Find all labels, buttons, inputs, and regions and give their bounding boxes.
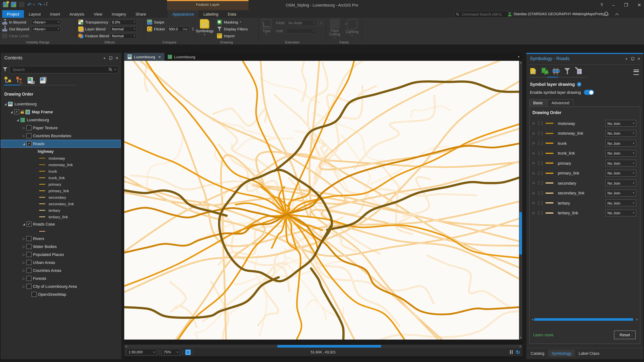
search-options-caret-icon[interactable]: ▾	[115, 68, 116, 71]
expander-icon[interactable]: ◢	[15, 118, 20, 121]
join-dropdown[interactable]: No Join▾	[605, 200, 636, 207]
extrusion-type-button[interactable]: Type ▾	[259, 19, 274, 36]
join-dropdown[interactable]: No Join▾	[605, 160, 636, 167]
command-search[interactable]	[454, 11, 508, 18]
masking-button[interactable]: Masking	[224, 20, 238, 24]
contents-search-input[interactable]	[12, 67, 107, 72]
scroll-left-icon[interactable]: ◄	[124, 345, 128, 348]
scroll-right-icon[interactable]: ►	[635, 318, 639, 321]
ribbon-tab-contextual[interactable]: Labeling	[199, 10, 223, 18]
close-tab-icon[interactable]: ✕	[158, 55, 161, 59]
in-beyond-dropdown[interactable]: <None>▾	[31, 19, 61, 25]
display-filters-button[interactable]: Display Filters	[224, 27, 248, 31]
zoom-dropdown[interactable]: 75%▾	[162, 349, 180, 356]
drawing-order-row[interactable]: ▷ ⋮⋮ tertiary_link No Join▾	[530, 208, 640, 218]
scroll-right-icon[interactable]: ►	[519, 345, 522, 348]
drawing-order-row[interactable]: ▷ ⋮⋮ trunk_link No Join▾	[530, 148, 640, 158]
join-dropdown[interactable]: No Join▾	[605, 210, 636, 217]
map-canvas[interactable]	[124, 61, 519, 340]
drag-handle-icon[interactable]: ⋮⋮	[537, 181, 542, 186]
redo-icon[interactable]: ↷	[37, 2, 42, 7]
expander-icon[interactable]: ▷	[531, 192, 537, 195]
layer-checkbox[interactable]: ✓	[26, 252, 32, 257]
layer-row[interactable]: ▷ ✓ Populated Places	[1, 251, 120, 259]
scroll-left-icon[interactable]: ◄	[531, 318, 534, 321]
expander-icon[interactable]: ▷	[531, 201, 537, 205]
layer-checkbox[interactable]: ✓	[26, 276, 32, 281]
tab-list-caret-icon[interactable]: ▼	[517, 55, 520, 59]
layer-checkbox[interactable]: ✓	[26, 125, 32, 130]
expression-button[interactable]: X	[318, 20, 324, 26]
drawing-order-row[interactable]: ▷ ⋮⋮ motorway_link No Join▾	[530, 128, 640, 138]
layer-row[interactable]: ✓ tertiary_link	[1, 214, 120, 220]
view-data-source-icon[interactable]	[16, 77, 24, 84]
transparency-dropdown[interactable]: 0.0%▾	[110, 19, 137, 25]
expander-icon[interactable]: ▷	[21, 134, 26, 137]
layer-row[interactable]: ◢ ✓ Luxembourg	[1, 100, 120, 108]
layer-row[interactable]: ◢ ✓ Map Frame	[1, 108, 120, 116]
layer-row[interactable]: ✓ secondary	[1, 194, 120, 201]
layer-checkbox[interactable]: ✓	[26, 222, 32, 227]
scale-based-symbology-tab-icon[interactable]	[564, 67, 572, 75]
expander-icon[interactable]: ▷	[21, 269, 26, 272]
layer-blend-dropdown[interactable]: Normal▾	[110, 26, 137, 32]
view-drawing-order-icon[interactable]	[4, 77, 12, 84]
panel-menu-icon[interactable]	[634, 69, 639, 75]
layer-row[interactable]: ▷ ✓ Water Bodies	[1, 243, 120, 251]
swipe-button[interactable]: Swipe	[154, 20, 164, 24]
drawing-order-row[interactable]: ▷ ⋮⋮ primary No Join▾	[530, 158, 640, 168]
undo-icon[interactable]: ↶	[27, 2, 32, 7]
layer-row[interactable]: ✓ secondary_link	[1, 201, 120, 207]
ribbon-tab[interactable]: Layout	[24, 10, 46, 18]
drawing-order-row[interactable]: ▷ ⋮⋮ motorway No Join▾	[530, 118, 640, 128]
join-dropdown[interactable]: No Join▾	[605, 170, 636, 177]
layer-row[interactable]: ▷ ✓ Rivers	[1, 235, 120, 243]
primary-symbology-tab-icon[interactable]	[530, 67, 538, 75]
expander-icon[interactable]: ▷	[531, 211, 537, 215]
expander-icon[interactable]: ◢	[3, 102, 8, 105]
flicker-input[interactable]: 500.0ms	[167, 26, 190, 32]
lighting-button[interactable]: Lighting ▾	[344, 19, 360, 37]
join-dropdown[interactable]: No Join▾	[605, 130, 636, 137]
scroll-down-icon[interactable]: ▼	[519, 336, 522, 340]
open-project-icon[interactable]	[11, 2, 16, 7]
expander-icon[interactable]: ▷	[531, 152, 537, 155]
expander-icon[interactable]: ▷	[21, 237, 26, 240]
map-vertical-scrollbar[interactable]: ▲ ▼	[519, 61, 522, 340]
ribbon-tab[interactable]: Imagery	[107, 10, 131, 18]
enable-symbol-layer-drawing-toggle[interactable]	[584, 90, 594, 95]
expander-icon[interactable]: ▷	[531, 132, 537, 135]
expander-icon[interactable]: ▷	[531, 122, 537, 125]
paste-icon[interactable]	[19, 2, 24, 7]
expander-icon[interactable]: ◢	[21, 222, 26, 226]
join-dropdown[interactable]: No Join▾	[605, 150, 636, 157]
expander-icon[interactable]: ▷	[21, 261, 26, 264]
layer-row[interactable]: ✓ OpenStreetMap	[1, 290, 120, 298]
layer-row[interactable]: ◢ ✓ Luxembourg	[1, 116, 120, 124]
view-editing-icon[interactable]	[39, 77, 47, 84]
layer-row[interactable]: ✓ trunk_link	[1, 174, 120, 181]
panel-tab[interactable]: Label Class	[575, 350, 603, 357]
ribbon-tab-contextual[interactable]: Appearance	[168, 10, 199, 18]
layer-row[interactable]: ✓ highway	[1, 148, 120, 155]
learn-more-link[interactable]: Learn more	[533, 333, 554, 337]
expander-icon[interactable]: ▷	[21, 126, 26, 129]
field-dropdown[interactable]: No fields▾	[286, 20, 316, 25]
drag-handle-icon[interactable]: ⋮⋮	[537, 151, 542, 156]
view-tab-layout[interactable]: Luxembourg ✕	[124, 53, 164, 61]
expander-icon[interactable]: ▷	[531, 182, 537, 185]
tab-advanced[interactable]: Advanced	[548, 99, 573, 106]
drawing-order-row[interactable]: ▷ ⋮⋮ primary_link No Join▾	[530, 168, 640, 178]
ribbon-tab[interactable]: Project	[2, 10, 24, 18]
join-dropdown[interactable]: No Join▾	[605, 180, 636, 187]
layer-checkbox[interactable]: ✓	[26, 260, 32, 265]
drawing-order-row[interactable]: ▷ ⋮⋮ trunk No Join▾	[530, 138, 640, 148]
layer-row[interactable]: ▷ ✓ Urban Areas	[1, 259, 120, 266]
ribbon-tab[interactable]: Insert	[46, 10, 65, 18]
flicker-spinner[interactable]: ▲▼	[192, 27, 194, 31]
save-project-icon[interactable]	[3, 2, 8, 7]
drag-handle-icon[interactable]: ⋮⋮	[537, 211, 542, 215]
layer-row[interactable]: ▷ ✓ Forests	[1, 274, 120, 282]
ribbon-tab-contextual[interactable]: Data	[223, 10, 241, 18]
expander-icon[interactable]: ▷	[21, 277, 26, 280]
